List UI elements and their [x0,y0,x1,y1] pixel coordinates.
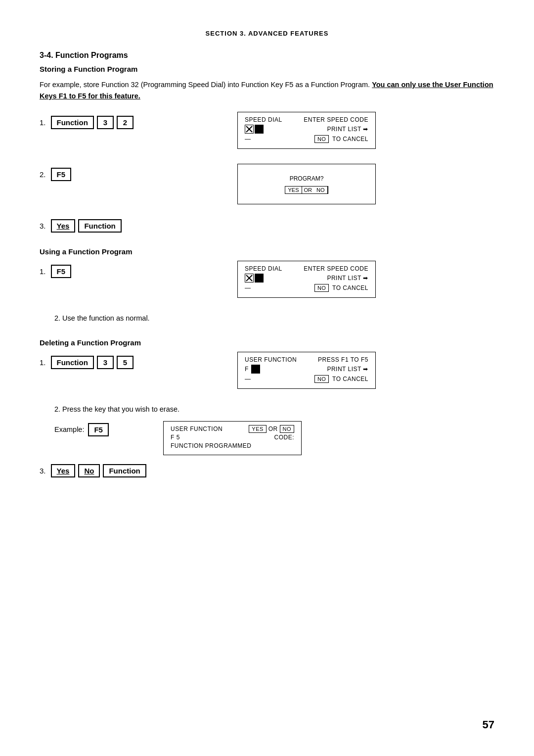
storing-title-text: Storing a Function Program [40,65,137,73]
key-function-3: Function [78,219,121,233]
or-label: OR [302,187,314,193]
no-label: NO [314,187,328,193]
storing-step-2: 2. F5 PROGRAM? YES OR NO [40,164,494,204]
key-2-1: 2 [117,116,134,129]
storing-lcd-2: PROGRAM? YES OR NO [237,164,376,204]
section-title: 3-4. Function Programs [40,51,494,60]
using-step-num-1: 1. [40,267,46,276]
yes-no-box: YES OR NO [285,186,328,194]
lcd1-dash: — [245,136,251,142]
deleting-step-1-keys: 1. Function 3 5 [40,352,227,369]
using-title-text: Using a Function Program [40,247,133,256]
storing-step-1-keys: 1. Function 3 2 [40,112,227,129]
using-lcd1-dash: — [245,284,251,291]
using-lcd-1: SPEED DIAL ENTER SPEED CODE [237,261,376,298]
step-num-2: 2. [40,170,46,179]
using-step-1-keys: 1. F5 [40,261,227,278]
del-lcd1-black-sq [251,365,260,374]
using-step-2-text: 2. Use the function as normal. [54,314,150,322]
storing-subtitle: Storing a Function Program [40,65,494,73]
del-lcd2-user-fn: USER FUNCTION [171,425,222,432]
using-step-1: 1. F5 SPEED DIAL ENTER SPEED CODE [40,261,494,298]
del-lcd2-fn-prog: FUNCTION PROGRAMMED [171,442,252,449]
del-lcd1-no-cancel: NO TO CANCEL [314,375,368,383]
using-lcd1-enter-code: ENTER SPEED CODE [304,265,368,272]
key-5-del: 5 [117,356,134,369]
key-3-del: 3 [97,356,114,369]
key-3-1: 3 [97,116,114,129]
lcd1-black-sq [255,125,264,134]
using-lcd1-print-list: PRINT LIST ➡ [327,275,368,282]
lcd1-no-cancel: NO TO CANCEL [314,135,368,143]
section-header: SECTION 3. ADVANCED FEATURES [40,30,494,37]
section-title-text: 3-4. Function Programs [40,51,128,59]
deleting-lcd-1: USER FUNCTION PRESS F1 TO F5 F PRINT LIS… [237,352,376,389]
intro-text: For example, store Function 32 (Programm… [40,81,370,89]
del-lcd1-f-row: F [245,365,260,374]
del-lcd2-yes-or-no: YES OR NO [249,425,294,432]
key-yes-del3: Yes [51,464,76,477]
key-yes-3: Yes [51,219,76,233]
del-no-box: NO [280,425,295,433]
deleting-step-1: 1. Function 3 5 USER FUNCTION PRESS F1 T… [40,352,494,389]
storing-step-1: 1. Function 3 2 SPEED DIAL ENTER SPEED C… [40,112,494,149]
del-lcd1-user-fn: USER FUNCTION [245,356,297,363]
section-header-text: SECTION 3. ADVANCED FEATURES [206,30,329,37]
intro-paragraph: For example, store Function 32 (Programm… [40,79,494,102]
del-yes-box: YES [249,425,267,433]
using-lcd1-no-cancel: NO TO CANCEL [314,284,368,292]
lcd2-program: PROGRAM? [245,173,368,184]
key-function-del3: Function [103,464,146,477]
key-function-1: Function [51,116,94,129]
page-number: 57 [483,718,494,731]
del-step-2-text: 2. Press the key that you wish to erase. [54,404,494,415]
key-f5-using: F5 [51,265,72,278]
using-lcd1-icon-row [245,274,264,283]
deleting-title-text: Deleting a Function Program [40,338,141,347]
deleting-lcd-2: USER FUNCTION YES OR NO F 5 CODE: FUNCTI… [163,421,302,455]
deleting-step-3: 3. Yes No Function [40,464,494,477]
using-subtitle: Using a Function Program [40,247,494,256]
deleting-subtitle: Deleting a Function Program [40,338,494,347]
key-f5-2: F5 [51,168,72,181]
storing-step-3: 3. Yes Function [40,219,494,233]
del-lcd1-press-f: PRESS F1 TO F5 [318,356,368,363]
storing-lcd-1: SPEED DIAL ENTER SPEED CODE [237,112,376,149]
storing-step-2-keys: 2. F5 [40,164,227,181]
using-lcd1-speed-dial: SPEED DIAL [245,265,282,272]
example-line: Example: F5 [54,423,109,436]
del-lcd1-dash: — [245,376,251,382]
lcd1-print-list: PRINT LIST ➡ [327,126,368,133]
key-f5-example: F5 [88,423,109,436]
lcd1-icon-row [245,125,264,134]
key-function-del: Function [51,356,94,369]
del-step-num-3: 3. [40,467,46,475]
del-lcd1-print-list: PRINT LIST ➡ [327,366,368,373]
del-lcd2-f5: F 5 [171,434,180,441]
lcd2-yesorno: YES OR NO [245,184,368,196]
step-num-1: 1. [40,118,46,127]
key-no-del3: No [78,464,100,477]
del-step-num-1: 1. [40,358,46,367]
lcd1-speed-dial: SPEED DIAL [245,116,282,123]
example-label: Example: [54,425,84,433]
yes-label: YES [285,187,302,193]
page-number-text: 57 [483,718,494,731]
step-num-3: 3. [40,222,46,230]
lcd1-enter-code: ENTER SPEED CODE [304,116,368,123]
del-lcd2-code: CODE: [274,434,294,441]
deleting-step-2: 2. Press the key that you wish to erase.… [40,404,494,455]
using-lcd1-black-sq [255,274,264,283]
using-step-2: 2. Use the function as normal. [54,313,494,324]
